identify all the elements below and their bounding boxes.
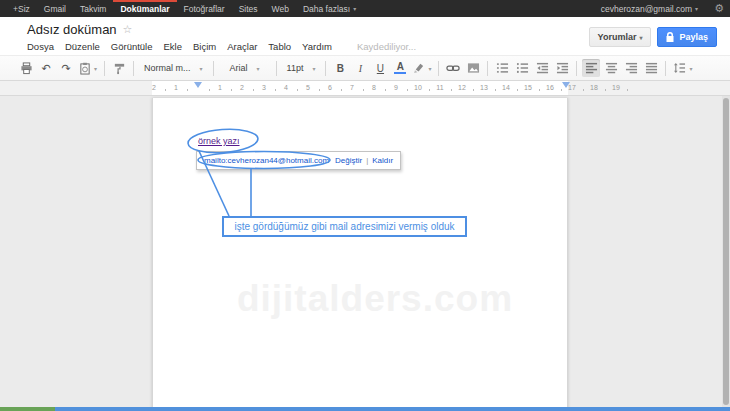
comments-button-label: Yorumlar: [598, 32, 637, 42]
video-progress-bar: [0, 407, 730, 411]
align-left-button[interactable]: [582, 59, 600, 77]
numbered-list-button[interactable]: [493, 59, 511, 77]
highlight-color-button[interactable]: ▾: [411, 59, 433, 77]
share-button[interactable]: Paylaş: [657, 27, 717, 47]
italic-icon: I: [354, 63, 366, 74]
link-change-button[interactable]: Değiştir: [335, 156, 362, 165]
web-clipboard-button[interactable]: ▾: [77, 59, 99, 77]
font-size-value: 11pt: [287, 63, 304, 73]
nav-calendar[interactable]: Takvim: [73, 0, 113, 17]
nav-gmail[interactable]: Gmail: [37, 0, 73, 17]
ruler-tick: [297, 89, 298, 91]
nav-web[interactable]: Web: [265, 0, 296, 17]
chevron-down-icon: ▾: [257, 65, 260, 72]
increase-indent-icon: [556, 62, 569, 74]
paint-format-button[interactable]: [110, 59, 128, 77]
doc-header: Adsız doküman ☆ Dosya Düzenle Görüntüle …: [0, 17, 730, 55]
ruler-number: 10: [414, 84, 422, 91]
ruler-tick: [363, 89, 364, 91]
nav-documents[interactable]: Dokümanlar: [113, 0, 176, 17]
ruler-number: 2: [240, 84, 244, 91]
ruler-number: 12: [458, 84, 466, 91]
align-center-button[interactable]: [602, 59, 620, 77]
toolbar: ↶ ↷ ▾ Normal m... ▾ Arial ▾ 11pt ▾ B I U…: [0, 55, 730, 81]
ruler-number: 3: [262, 84, 266, 91]
toolbar-separator: [104, 61, 105, 76]
ruler-number: 9: [394, 84, 398, 91]
print-button[interactable]: [17, 59, 35, 77]
text-color-button[interactable]: A: [391, 59, 409, 77]
account-menu[interactable]: cevherozan@gmail.com ▾: [594, 4, 705, 14]
bold-icon: B: [334, 63, 346, 74]
ruler-tick: [275, 89, 276, 91]
menu-help[interactable]: Yardım: [302, 41, 332, 52]
ruler-number: 19: [612, 84, 620, 91]
ruler-tick: [539, 89, 540, 91]
nav-more-menu[interactable]: Daha fazlası ▾: [296, 0, 363, 17]
ruler-tick: [495, 89, 496, 91]
menu-format[interactable]: Biçim: [193, 41, 216, 52]
redo-button[interactable]: ↷: [57, 59, 75, 77]
underline-icon: U: [374, 63, 386, 74]
ruler-tick: [583, 89, 584, 91]
menu-tools[interactable]: Araçlar: [227, 41, 257, 52]
ruler-number: 18: [590, 84, 598, 91]
ruler-tick: [187, 89, 188, 91]
increase-indent-button[interactable]: [553, 59, 571, 77]
ruler-number: 5: [306, 84, 310, 91]
document-link-text[interactable]: örnek yazı: [198, 136, 240, 146]
italic-button[interactable]: I: [351, 59, 369, 77]
link-remove-button[interactable]: Kaldır: [372, 156, 393, 165]
decrease-indent-button[interactable]: [533, 59, 551, 77]
menu-insert[interactable]: Ekle: [164, 41, 182, 52]
menu-edit[interactable]: Düzenle: [65, 41, 100, 52]
vertical-scrollbar[interactable]: [722, 96, 730, 407]
google-bar: +Siz Gmail Takvim Dokümanlar Fotoğraflar…: [0, 0, 730, 17]
link-bubble-url[interactable]: mailto:cevherozan44@hotmail.com: [204, 156, 329, 165]
header-buttons: Yorumlar ▾ Paylaş: [589, 27, 717, 47]
underline-button[interactable]: U: [371, 59, 389, 77]
ruler-number: 6: [328, 84, 332, 91]
align-right-button[interactable]: [622, 59, 640, 77]
chevron-down-icon: ▾: [428, 65, 431, 72]
bulleted-list-icon: [516, 62, 529, 74]
line-spacing-button[interactable]: ▾: [671, 59, 694, 77]
comments-button[interactable]: Yorumlar ▾: [589, 27, 652, 47]
insert-link-button[interactable]: [444, 59, 462, 77]
ruler-tick: [517, 89, 518, 91]
ruler-tick: [429, 89, 430, 91]
ruler-number: 14: [502, 84, 510, 91]
ruler-tick: [605, 89, 606, 91]
menu-file[interactable]: Dosya: [27, 41, 54, 52]
chevron-down-icon: ▾: [94, 65, 97, 72]
annotation-callout: işte gördüğümüz gibi mail adresimizi ver…: [222, 216, 467, 237]
insert-image-button[interactable]: [464, 59, 482, 77]
toolbar-separator: [665, 61, 666, 76]
ruler-number: 4: [284, 84, 288, 91]
star-icon[interactable]: ☆: [123, 23, 133, 36]
menu-view[interactable]: Görüntüle: [111, 41, 153, 52]
redo-icon: ↷: [61, 62, 70, 75]
paragraph-style-dropdown[interactable]: Normal m... ▾: [139, 59, 208, 77]
bulleted-list-button[interactable]: [513, 59, 531, 77]
undo-button[interactable]: ↶: [37, 59, 55, 77]
ruler-tick: [627, 89, 628, 91]
bold-button[interactable]: B: [331, 59, 349, 77]
align-justify-button[interactable]: [642, 59, 660, 77]
nav-plus-you[interactable]: +Siz: [6, 0, 37, 17]
numbered-list-icon: [496, 62, 509, 74]
menu-table[interactable]: Tablo: [268, 41, 291, 52]
annotation-callout-text: işte gördüğümüz gibi mail adresimizi ver…: [234, 221, 454, 232]
nav-sites[interactable]: Sites: [232, 0, 265, 17]
decrease-indent-icon: [536, 62, 549, 74]
right-indent-marker[interactable]: [562, 82, 570, 88]
doc-title[interactable]: Adsız doküman: [27, 22, 117, 37]
font-size-dropdown[interactable]: 11pt ▾: [282, 59, 321, 77]
ruler-tick: [231, 89, 232, 91]
nav-photos[interactable]: Fotoğraflar: [177, 0, 232, 17]
ruler-number: 2: [152, 84, 156, 91]
scrollbar-thumb[interactable]: [723, 98, 729, 405]
gear-icon[interactable]: ⚙: [714, 2, 724, 15]
font-family-dropdown[interactable]: Arial ▾: [219, 59, 271, 77]
left-indent-marker[interactable]: [194, 82, 202, 88]
